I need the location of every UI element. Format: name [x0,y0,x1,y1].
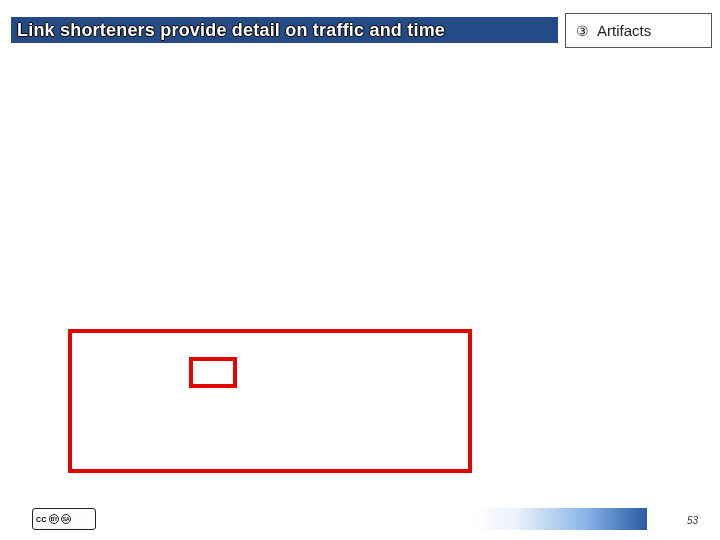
highlight-box-outer [68,329,472,473]
slide: Link shorteners provide detail on traffi… [0,0,720,540]
page-number: 53 [687,515,698,526]
slide-title-bar: Link shorteners provide detail on traffi… [10,16,559,44]
slide-title: Link shorteners provide detail on traffi… [17,20,445,41]
cc-text: CC [36,516,47,523]
cc-license-icon: CC BY SA [32,508,96,530]
section-number-icon: ③ [576,23,589,39]
section-badge: ③ Artifacts [565,13,712,48]
slide-footer: CC BY SA 53 [0,500,720,540]
cc-by-icon: BY [49,514,59,524]
footer-gradient [472,508,720,530]
highlight-box-inner [189,357,237,388]
cc-sa-icon: SA [61,514,71,524]
section-label: Artifacts [597,22,651,39]
